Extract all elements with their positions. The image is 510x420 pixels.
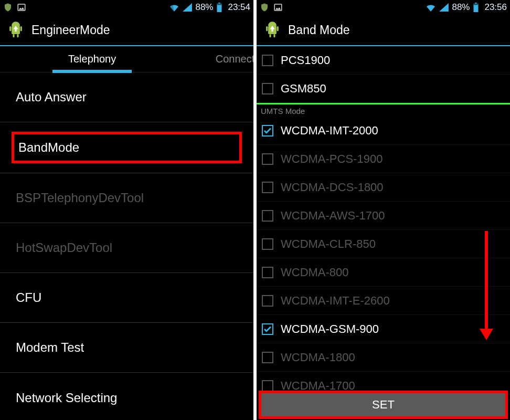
item-bandmode-row: BandMode xyxy=(0,132,253,173)
band-item: WCDMA-1800 xyxy=(257,343,510,372)
tab-telephony[interactable]: Telephony xyxy=(47,46,137,72)
band-label: WCDMA-DCS-1800 xyxy=(281,181,384,194)
tab-telephony-label: Telephony xyxy=(68,53,116,65)
tab-bar: Telephony Connect xyxy=(0,46,253,72)
item-label: Modem Test xyxy=(16,340,84,355)
app-header: Band Mode xyxy=(257,15,510,45)
picture-icon xyxy=(273,3,283,12)
screen-bandmode: 88% 23:56 Band Mode PCS1900GSM850 UMTS M… xyxy=(257,0,510,420)
checkbox[interactable] xyxy=(262,323,273,335)
band-item: WCDMA-800 xyxy=(257,258,510,287)
battery-percentage: 88% xyxy=(452,2,470,13)
checkbox xyxy=(262,380,273,392)
set-button[interactable]: SET xyxy=(259,391,508,419)
band-item: WCDMA-IMT-E-2600 xyxy=(257,287,510,315)
item-cfu[interactable]: CFU xyxy=(0,273,253,323)
band-label: WCDMA-GSM-900 xyxy=(281,322,379,336)
band-item: WCDMA-AWS-1700 xyxy=(257,202,510,230)
tab-connectivity-label: Connect xyxy=(216,53,253,65)
battery-icon xyxy=(216,3,222,12)
item-auto-answer[interactable]: Auto Answer xyxy=(0,72,253,122)
band-item[interactable]: WCDMA-GSM-900 xyxy=(257,315,510,343)
item-label: Network Selecting xyxy=(16,391,117,405)
svg-rect-16 xyxy=(269,34,271,37)
signal-icon xyxy=(183,3,192,12)
wifi-icon xyxy=(426,3,436,12)
checkbox xyxy=(262,295,273,307)
shield-icon xyxy=(260,3,269,12)
band-label: WCDMA-IMT-E-2600 xyxy=(281,294,390,308)
svg-rect-2 xyxy=(219,3,221,4)
svg-rect-14 xyxy=(266,26,268,32)
app-title: EngineerMode xyxy=(31,23,110,37)
band-list-top: PCS1900GSM850 xyxy=(257,46,510,103)
svg-rect-5 xyxy=(9,26,11,32)
band-item: WCDMA-CLR-850 xyxy=(257,230,510,258)
checkbox[interactable] xyxy=(262,83,273,94)
band-label: WCDMA-CLR-850 xyxy=(281,237,376,251)
android-icon xyxy=(5,19,26,40)
checkbox[interactable] xyxy=(262,55,273,66)
shield-icon xyxy=(3,3,13,12)
band-label: PCS1900 xyxy=(281,54,330,67)
band-label: GSM850 xyxy=(281,82,326,96)
android-icon xyxy=(262,19,283,40)
band-label: WCDMA-PCS-1900 xyxy=(281,152,382,166)
item-label: CFU xyxy=(16,290,41,305)
annotation-arrow xyxy=(485,231,488,331)
band-label: WCDMA-1800 xyxy=(281,351,355,364)
app-header: EngineerMode xyxy=(0,15,253,45)
app-title: Band Mode xyxy=(288,23,350,37)
band-label: WCDMA-AWS-1700 xyxy=(281,209,385,223)
item-label: BSPTelephonyDevTool xyxy=(16,191,144,205)
band-label: WCDMA-IMT-2000 xyxy=(281,124,378,138)
clock: 23:54 xyxy=(228,2,250,13)
band-item[interactable]: PCS1900 xyxy=(257,46,510,75)
wifi-icon xyxy=(169,3,179,12)
checkbox xyxy=(262,352,273,363)
band-item: WCDMA-DCS-1800 xyxy=(257,173,510,202)
checkbox xyxy=(262,267,273,278)
set-button-label: SET xyxy=(372,398,395,412)
band-item[interactable]: GSM850 xyxy=(257,75,510,103)
svg-rect-15 xyxy=(277,26,279,32)
checkbox xyxy=(262,238,273,250)
svg-rect-11 xyxy=(475,3,477,4)
screen-engineermode: 88% 23:54 EngineerMode Telephony xyxy=(0,0,253,420)
settings-list: Auto Answer BandMode BSPTelephonyDevTool… xyxy=(0,72,253,420)
tab-connectivity[interactable]: Connect xyxy=(196,46,253,72)
item-label: Auto Answer xyxy=(16,90,87,104)
item-bsptelephony[interactable]: BSPTelephonyDevTool xyxy=(0,173,253,223)
item-label: BandMode xyxy=(18,140,79,155)
band-item[interactable]: WCDMA-IMT-2000 xyxy=(257,117,510,145)
picture-icon xyxy=(17,3,26,12)
item-bandmode[interactable]: BandMode xyxy=(12,132,242,163)
svg-rect-3 xyxy=(217,4,222,5)
checkbox xyxy=(262,182,273,193)
checkbox xyxy=(262,153,273,165)
svg-rect-8 xyxy=(17,34,18,37)
item-modem-test[interactable]: Modem Test xyxy=(0,323,253,373)
svg-rect-12 xyxy=(474,4,479,5)
clock: 23:56 xyxy=(484,2,507,13)
signal-icon xyxy=(439,3,449,12)
status-bar: 88% 23:56 xyxy=(257,0,510,15)
band-label: WCDMA-800 xyxy=(281,266,349,279)
section-umts: UMTS Mode xyxy=(257,103,510,117)
band-list-umts: WCDMA-IMT-2000WCDMA-PCS-1900WCDMA-DCS-18… xyxy=(257,117,510,400)
checkbox xyxy=(262,210,273,222)
item-network-selecting[interactable]: Network Selecting xyxy=(0,373,253,420)
svg-rect-17 xyxy=(273,34,275,37)
svg-rect-7 xyxy=(13,34,14,37)
item-hotswap[interactable]: HotSwapDevTool xyxy=(0,223,253,273)
checkbox[interactable] xyxy=(262,125,273,136)
battery-icon xyxy=(473,3,479,12)
item-label: HotSwapDevTool xyxy=(16,240,112,255)
svg-rect-6 xyxy=(20,26,22,32)
status-bar: 88% 23:54 xyxy=(0,0,253,15)
band-item: WCDMA-PCS-1900 xyxy=(257,145,510,173)
battery-percentage: 88% xyxy=(195,2,213,13)
